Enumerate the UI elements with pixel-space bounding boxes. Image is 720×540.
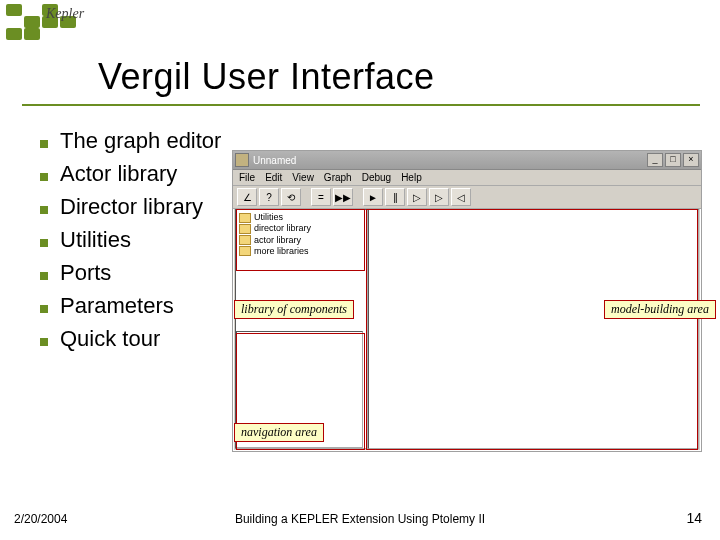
footer-title: Building a KEPLER Extension Using Ptolem…	[0, 512, 720, 526]
app-icon	[235, 153, 249, 167]
tool-bar: ∠ ? ⟲ = ▶▶ ► ‖ ▷ ▷ ◁	[233, 186, 701, 209]
bullet-item: Quick tour	[40, 322, 221, 355]
bullet-item: Director library	[40, 190, 221, 223]
square-bullet-icon	[40, 206, 48, 214]
bullet-text: Ports	[60, 256, 111, 289]
toolbar-separator	[303, 189, 309, 205]
bullet-item: Utilities	[40, 223, 221, 256]
footer-page-number: 14	[686, 510, 702, 526]
square-bullet-icon	[40, 338, 48, 346]
bullet-item: Parameters	[40, 289, 221, 322]
bullet-item: Actor library	[40, 157, 221, 190]
window-title: Unnamed	[253, 155, 647, 166]
annotation-box-canvas	[366, 209, 698, 450]
bullet-list: The graph editor Actor library Director …	[40, 124, 221, 355]
maximize-button[interactable]: □	[665, 153, 681, 167]
close-button[interactable]: ×	[683, 153, 699, 167]
toolbar-button[interactable]: ⟲	[281, 188, 301, 206]
kepler-logo: Kepler	[6, 4, 96, 40]
window-titlebar: Unnamed _ □ ×	[233, 151, 701, 170]
bullet-item: The graph editor	[40, 124, 221, 157]
callout-library: library of components	[234, 300, 354, 319]
menu-file[interactable]: File	[239, 172, 255, 183]
toolbar-button[interactable]: ▶▶	[333, 188, 353, 206]
square-bullet-icon	[40, 305, 48, 313]
toolbar-separator	[355, 189, 361, 205]
menu-view[interactable]: View	[292, 172, 314, 183]
menu-debug[interactable]: Debug	[362, 172, 391, 183]
toolbar-button[interactable]: =	[311, 188, 331, 206]
title-underline	[22, 104, 700, 106]
bullet-item: Ports	[40, 256, 221, 289]
menu-help[interactable]: Help	[401, 172, 422, 183]
menu-edit[interactable]: Edit	[265, 172, 282, 183]
bullet-text: Actor library	[60, 157, 177, 190]
toolbar-button-play[interactable]: ►	[363, 188, 383, 206]
bullet-text: Director library	[60, 190, 203, 223]
menu-graph[interactable]: Graph	[324, 172, 352, 183]
toolbar-button[interactable]: ?	[259, 188, 279, 206]
toolbar-button[interactable]: ▷	[429, 188, 449, 206]
bullet-text: Parameters	[60, 289, 174, 322]
callout-nav: navigation area	[234, 423, 324, 442]
slide-title: Vergil User Interface	[98, 56, 690, 98]
square-bullet-icon	[40, 140, 48, 148]
square-bullet-icon	[40, 239, 48, 247]
toolbar-button-pause[interactable]: ‖	[385, 188, 405, 206]
bullet-text: Quick tour	[60, 322, 160, 355]
menu-bar: File Edit View Graph Debug Help	[233, 170, 701, 186]
minimize-button[interactable]: _	[647, 153, 663, 167]
window-control-buttons: _ □ ×	[647, 153, 699, 167]
toolbar-button[interactable]: ∠	[237, 188, 257, 206]
bullet-text: Utilities	[60, 223, 131, 256]
toolbar-button[interactable]: ▷	[407, 188, 427, 206]
toolbar-button[interactable]: ◁	[451, 188, 471, 206]
square-bullet-icon	[40, 173, 48, 181]
kepler-logo-text: Kepler	[46, 6, 84, 22]
annotation-box-library	[236, 209, 365, 271]
callout-canvas: model-building area	[604, 300, 716, 319]
bullet-text: The graph editor	[60, 124, 221, 157]
square-bullet-icon	[40, 272, 48, 280]
